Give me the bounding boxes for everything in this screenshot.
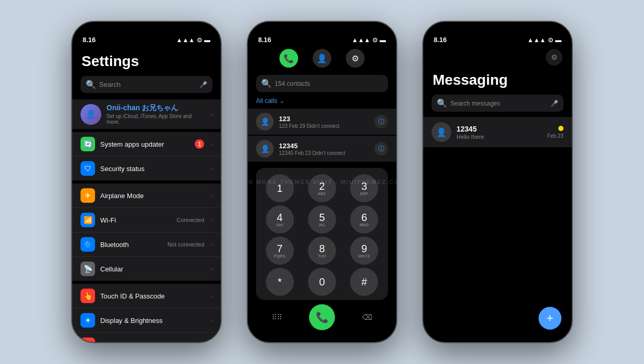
airplane-icon: ✈ — [81, 188, 95, 203]
messaging-search-bar[interactable]: 🔍 Search messages 🎤 — [432, 95, 564, 112]
system-updater-icon: 🔄 — [81, 137, 95, 151]
all-calls-row[interactable]: All calls ⌄ — [248, 94, 396, 108]
time-3: 8.16 — [434, 36, 447, 44]
airplane-label: Airplane Mode — [100, 192, 204, 200]
settings-screen: Settings 🔍 Search 🎤 👤 Onii-chan お兄ちゃん Se… — [72, 22, 221, 342]
settings-row-touchid[interactable]: 👆 Touch ID & Passcode › — [72, 284, 221, 308]
call-avatar-2: 👤 — [256, 140, 274, 158]
contacts-search-bar[interactable]: 🔍 154 contacts — [256, 75, 388, 92]
signal-icon: ▲▲▲ — [176, 36, 195, 44]
settings-row-cellular[interactable]: 📡 Cellular › — [72, 257, 221, 281]
mic-icon: 🎤 — [199, 81, 207, 88]
settings-row-wifi[interactable]: 📶 Wi-Fi Connected › — [72, 208, 221, 232]
phone-dialer: 8.16 ▲▲▲ ⊙ ▬ 📞 👤 ⚙ 🔍 154 contacts — [247, 21, 397, 343]
dial-key-6[interactable]: 6MNO — [350, 205, 378, 233]
dial-key-2[interactable]: 2ABC — [308, 174, 336, 202]
settings-phone-screen: 8.16 ▲▲▲ ⊙ ▬ Settings 🔍 Search 🎤 👤 — [72, 22, 221, 342]
profile-info: Onii-chan お兄ちゃん Set up iCloud, iTunes, A… — [106, 103, 204, 125]
display-icon: ☀ — [81, 313, 95, 328]
display-label: Display & Brightness — [100, 317, 204, 324]
dial-key-3[interactable]: 3DEF — [350, 174, 378, 202]
search-icon-dialer: 🔍 — [261, 79, 272, 88]
settings-row-display[interactable]: ☀ Display & Brightness › — [72, 308, 221, 333]
wifi-icon: ⊙ — [197, 36, 202, 44]
settings-row-airplane[interactable]: ✈ Airplane Mode › — [72, 184, 221, 208]
phone-call-icon[interactable]: 📞 — [279, 49, 298, 68]
settings-row-bluetooth[interactable]: 🔷 Bluetooth Not connected › — [72, 232, 221, 257]
dialpad-actions: ⠿⠿ 📞 ⌫ — [248, 300, 396, 332]
call-detail-2: 12345 Feb 23 Didn't connect — [279, 150, 369, 156]
dialer-phone-screen: 8.16 ▲▲▲ ⊙ ▬ 📞 👤 ⚙ 🔍 154 contacts — [248, 22, 396, 342]
dial-key-5[interactable]: 5JKL — [308, 205, 336, 233]
settings-search-bar[interactable]: 🔍 Search 🎤 — [81, 76, 212, 93]
call-button[interactable]: 📞 — [309, 304, 335, 330]
settings-title: Settings — [72, 47, 221, 74]
settings-row-system-updater[interactable]: 🔄 System apps updater 1 › — [72, 132, 221, 157]
wifi-settings-icon: 📶 — [81, 213, 95, 227]
sounds-label: Sounds & Haptics — [100, 341, 204, 343]
message-row-1[interactable]: 👤 12345 Hello there Feb 23 — [423, 117, 572, 147]
profile-subtitle: Set up iCloud, iTunes, App Store and mor… — [106, 113, 204, 125]
contacts-icon[interactable]: 👤 — [313, 49, 331, 68]
touchid-label: Touch ID & Passcode — [100, 292, 204, 300]
message-name-1: 12345 — [457, 125, 542, 133]
dial-key-9[interactable]: 9WXYZ — [350, 237, 378, 265]
messaging-gear-icon[interactable]: ⚙ — [546, 49, 562, 66]
call-row-2[interactable]: 👤 12345 12345 Feb 23 Didn't connect ⓘ — [248, 136, 396, 162]
dial-key-0[interactable]: 0 — [308, 268, 336, 296]
profile-chevron: › — [210, 111, 212, 118]
call-info-1: 123 123 Feb 29 Didn't connect — [279, 115, 369, 129]
bluetooth-icon: 🔷 — [81, 237, 95, 252]
time-2: 8.16 — [258, 36, 271, 44]
system-updater-label: System apps updater — [100, 140, 190, 148]
sounds-icon: 🔔 — [81, 337, 95, 342]
call-info-btn-1[interactable]: ⓘ — [374, 115, 388, 128]
chevron: › — [210, 342, 212, 342]
search-icon: 🔍 — [86, 80, 96, 89]
dial-key-4[interactable]: 4GHI — [266, 205, 294, 233]
settings-row-security-status[interactable]: 🛡 Security status › — [72, 157, 221, 180]
wifi-icon-2: ⊙ — [372, 36, 378, 44]
message-info-1: 12345 Hello there — [457, 125, 542, 140]
wifi-value: Connected — [177, 217, 204, 223]
touchid-icon: 👆 — [81, 289, 95, 303]
battery-icon: ▬ — [204, 36, 210, 44]
signal-icon-2: ▲▲▲ — [352, 36, 370, 44]
status-icons-1: ▲▲▲ ⊙ ▬ — [176, 36, 210, 44]
dial-key-star[interactable]: * — [266, 268, 294, 296]
dynamic-island-2 — [299, 28, 345, 42]
dial-key-hash[interactable]: # — [350, 268, 378, 296]
dialpad: 1 2ABC 3DEF 4GHI 5JKL 6MNO 7PQRS 8TUV 9W… — [256, 168, 388, 300]
settings-group-network: ✈ Airplane Mode › 📶 Wi-Fi Connected › 🔷 … — [72, 184, 221, 281]
dialer-settings-icon[interactable]: ⚙ — [346, 49, 365, 68]
chevron: › — [210, 165, 212, 172]
bluetooth-label: Bluetooth — [100, 241, 162, 249]
chevron: › — [210, 217, 212, 223]
keypad-icon[interactable]: ⠿⠿ — [267, 308, 286, 327]
security-status-label: Security status — [100, 165, 204, 173]
all-calls-chevron: ⌄ — [279, 97, 285, 105]
mic-icon-messaging: 🎤 — [551, 100, 558, 107]
dial-key-8[interactable]: 8TUV — [308, 237, 336, 265]
profile-row[interactable]: 👤 Onii-chan お兄ちゃん Set up iCloud, iTunes,… — [72, 99, 221, 129]
call-info-btn-2[interactable]: ⓘ — [374, 142, 388, 155]
compose-fab-button[interactable]: + — [539, 307, 561, 330]
chevron: › — [210, 192, 212, 199]
backspace-icon[interactable]: ⌫ — [358, 308, 377, 327]
dial-key-7[interactable]: 7PQRS — [266, 237, 294, 265]
dial-key-1[interactable]: 1 — [266, 174, 294, 202]
settings-row-sounds[interactable]: 🔔 Sounds & Haptics › — [72, 333, 221, 342]
search-icon-messaging: 🔍 — [437, 98, 447, 108]
cellular-icon: 📡 — [81, 262, 95, 276]
dynamic-island-1 — [123, 28, 170, 42]
cellular-label: Cellular — [100, 265, 204, 273]
call-avatar-1: 👤 — [256, 113, 274, 131]
chevron: › — [210, 141, 212, 147]
phone-settings: 8.16 ▲▲▲ ⊙ ▬ Settings 🔍 Search 🎤 👤 — [71, 21, 222, 343]
bluetooth-value: Not connected — [167, 241, 204, 248]
chevron: › — [210, 241, 212, 248]
call-row-1[interactable]: 👤 123 123 Feb 29 Didn't connect ⓘ — [248, 109, 396, 135]
time-1: 8.16 — [83, 36, 96, 44]
status-icons-2: ▲▲▲ ⊙ ▬ — [352, 36, 386, 44]
phones-container: 8.16 ▲▲▲ ⊙ ▬ Settings 🔍 Search 🎤 👤 — [71, 21, 573, 343]
